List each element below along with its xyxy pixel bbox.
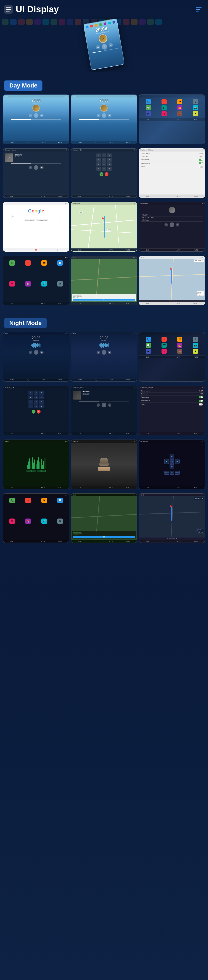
app-bt[interactable]: BT — [162, 105, 167, 110]
night-app-camera[interactable]: 📷 — [193, 343, 198, 348]
night-dial-7[interactable]: 7 — [28, 400, 33, 404]
night-bt-next-btn[interactable]: ⏭ — [108, 403, 112, 407]
night-app-settings[interactable]: ⚙ — [193, 337, 198, 342]
night-cp-siri[interactable]: 🎤 — [41, 519, 47, 524]
auto-connect-toggle[interactable] — [199, 162, 203, 164]
night-call-btn[interactable]: 📞 — [32, 410, 35, 414]
local-play-btn[interactable]: ⏸ — [170, 223, 174, 227]
dial-8[interactable]: 8 — [102, 162, 106, 166]
night-dial-hash[interactable]: # — [39, 404, 44, 408]
night-play-btn-1[interactable]: ⏸ — [34, 350, 38, 355]
night-cp-phone[interactable]: 📞 — [9, 498, 15, 503]
app-music[interactable]: ♪ — [162, 99, 167, 104]
google-lucky-btn[interactable]: I'm Feeling Lucky — [36, 219, 48, 221]
cp-podcasts[interactable]: 🎙 — [9, 281, 15, 286]
cp-music[interactable]: ♪ — [25, 260, 31, 266]
hero-play-btn[interactable]: ⏸ — [101, 44, 108, 50]
night-dial-star[interactable]: * — [28, 404, 33, 408]
app-radio[interactable]: 📻 — [177, 105, 182, 110]
night-app-bt[interactable]: BT — [162, 343, 167, 348]
music-item-1[interactable]: 华乐_打扰了.mp3 — [141, 214, 203, 216]
night-dial-5[interactable]: 5 — [34, 396, 38, 399]
night-dial-9[interactable]: 9 — [39, 400, 44, 404]
app-settings[interactable]: ⚙ — [193, 99, 198, 104]
bt-next-btn[interactable]: ⏭ — [40, 166, 44, 169]
func-btn-3[interactable]: ZOOM — [175, 471, 180, 475]
night-app-wechat[interactable]: 💬 — [146, 343, 151, 348]
night-dial-1[interactable]: 1 — [28, 391, 33, 395]
google-search-btn[interactable]: Google Search — [24, 219, 35, 221]
night-cp-settings[interactable]: ⚙ — [57, 519, 63, 524]
power-toggle[interactable] — [199, 166, 203, 168]
eq-btn-2[interactable]: ROCK — [32, 470, 36, 472]
night-cp-podcasts[interactable]: 🎙 — [9, 519, 15, 524]
night-next-btn-1[interactable]: ⏭ — [40, 351, 44, 354]
bt-prev-btn[interactable]: ⏮ — [28, 166, 32, 169]
dial-5[interactable]: 5 — [102, 158, 106, 162]
dial-1[interactable]: 1 — [96, 153, 101, 157]
night-auto-connect-toggle[interactable] — [199, 400, 203, 402]
nav-icon[interactable] — [196, 8, 202, 11]
night-play-btn-2[interactable]: ⏸ — [102, 350, 106, 355]
app-phone[interactable]: 📞 — [146, 99, 151, 104]
arrow-center[interactable]: OK — [170, 459, 174, 464]
app-camera[interactable]: 📷 — [193, 105, 198, 110]
dial-hash[interactable]: # — [107, 167, 112, 171]
cp-maps[interactable]: 🗺 — [41, 260, 47, 266]
eq-btn-4[interactable]: JAZZ — [41, 470, 46, 472]
night-app-music[interactable]: ♪ — [162, 337, 167, 342]
app-maps[interactable]: 🗺 — [177, 99, 182, 104]
night-dial-8[interactable]: 8 — [34, 400, 38, 404]
arrow-down[interactable]: ▼ — [170, 465, 174, 469]
night-app-maps[interactable]: 🗺 — [177, 337, 182, 342]
next-btn-2[interactable]: ⏭ — [108, 114, 112, 117]
app-wechat[interactable]: 💬 — [146, 105, 151, 110]
music-item-3[interactable]: 华乐_打.mp3 — [141, 219, 203, 221]
arrow-left[interactable]: ◄ — [164, 459, 169, 464]
next-btn-1[interactable]: ⏭ — [40, 114, 44, 117]
night-auto-answer-toggle[interactable] — [199, 396, 203, 398]
func-btn-1[interactable]: MENU — [164, 471, 169, 475]
night-next-btn-2[interactable]: ⏭ — [108, 351, 112, 354]
dial-0[interactable]: 0 — [102, 167, 106, 171]
hero-next-btn[interactable]: ⏭ — [109, 43, 113, 48]
google-search-box[interactable]: 🔍 — [11, 215, 61, 218]
eq-btn-3[interactable]: POP — [37, 470, 41, 472]
local-next-btn[interactable]: ⏭ — [176, 223, 180, 226]
night-dial-0[interactable]: 0 — [34, 404, 38, 408]
night-dial-2[interactable]: 2 — [34, 391, 38, 395]
cp-phone[interactable]: 📞 — [9, 260, 15, 266]
bt-play-btn[interactable]: ⏸ — [34, 165, 38, 170]
local-prev-btn[interactable]: ⏮ — [164, 223, 168, 226]
dial-6[interactable]: 6 — [107, 158, 112, 162]
dial-2[interactable]: 2 — [102, 153, 106, 157]
go-button[interactable]: GO — [73, 299, 135, 301]
night-prev-btn-2[interactable]: ⏮ — [96, 351, 100, 354]
dial-star[interactable]: * — [96, 167, 101, 171]
app-extra[interactable]: ★ — [193, 111, 198, 116]
dial-4[interactable]: 4 — [96, 158, 101, 162]
menu-icon[interactable] — [4, 5, 13, 14]
night-go-button[interactable]: GO — [73, 536, 135, 538]
night-app-spotify[interactable]: ♫ — [162, 348, 167, 354]
app-youtube[interactable]: ▶ — [146, 111, 151, 116]
night-bt-prev-btn[interactable]: ⏮ — [96, 403, 100, 407]
night-end-call-btn[interactable]: ✕ — [37, 410, 41, 414]
func-btn-2[interactable]: MAP — [170, 471, 174, 475]
end-call-btn[interactable]: ✕ — [105, 172, 109, 176]
night-app-radio[interactable]: 📻 — [177, 343, 182, 348]
night-dial-3[interactable]: 3 — [39, 391, 44, 395]
auto-answer-toggle[interactable] — [199, 159, 203, 161]
call-btn[interactable]: 📞 — [99, 172, 103, 176]
hero-prev-btn[interactable]: ⏮ — [95, 45, 100, 50]
dial-7[interactable]: 7 — [96, 162, 101, 166]
night-bt-play-btn[interactable]: ⏸ — [102, 403, 106, 407]
dial-3[interactable]: 3 — [107, 153, 112, 157]
prev-btn-2[interactable]: ⏮ — [96, 114, 100, 117]
cp-siri[interactable]: 🎤 — [41, 281, 47, 286]
night-cp-audiobooks[interactable]: 📚 — [25, 519, 31, 524]
night-app-extra[interactable]: ★ — [193, 348, 198, 354]
cp-messages[interactable]: 💬 — [57, 260, 63, 266]
play-btn-2[interactable]: ⏸ — [102, 113, 106, 118]
cp-settings[interactable]: ⚙ — [57, 281, 63, 286]
